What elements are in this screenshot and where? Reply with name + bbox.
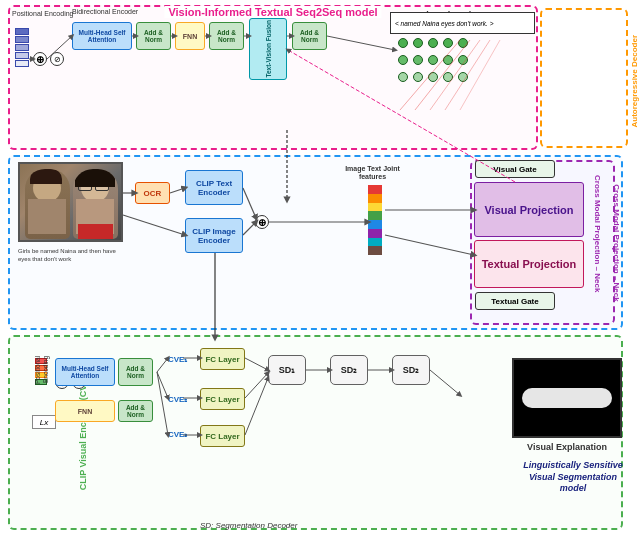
add-norm-2: Add & Norm: [209, 22, 244, 50]
pos-encoding-bars: [15, 28, 29, 67]
visual-projection: Visual Projection: [474, 182, 584, 237]
bidirectional-encoder-label: Bidirectional Encoder: [72, 8, 138, 15]
linguistically-label: Linguistically Sensitive Visual Segmenta…: [518, 460, 628, 495]
decoder-node-1: [398, 38, 408, 48]
clip-image-encoder: CLIP Image Encoder: [185, 218, 243, 253]
decoder-node-2: [413, 38, 423, 48]
cve2-label: CVE₂: [168, 395, 187, 404]
add-norm-bottom2: Add & Norm: [118, 400, 153, 422]
decoder-nodes-3: [398, 72, 468, 82]
neck-vertical-label: Cross Modal Projection – Neck: [592, 175, 602, 292]
add-norm-3: Add & Norm: [292, 22, 327, 50]
textual-gate: Textual Gate: [475, 292, 555, 310]
plus-circle-middle: ⊕: [255, 215, 269, 229]
no-symbol-top: ⊘: [50, 52, 64, 66]
joint-features-label: Image Text Joint features: [340, 165, 405, 182]
plus-circle-top: ⊕: [33, 52, 47, 66]
visual-explanation-label: Visual Explanation: [512, 442, 622, 452]
top-region-label: Vision-Informed Textual Seq2Seq model: [164, 6, 381, 18]
sd-decoder-label: SD: Segmentation Decoder: [200, 521, 297, 530]
decoder-node-5: [458, 38, 468, 48]
clip-text-encoder: CLIP Text Encoder: [185, 170, 243, 205]
fnn-top: FNN: [175, 22, 205, 50]
visual-gate: Visual Gate: [475, 160, 555, 178]
cve1-label: CVE₁: [168, 355, 187, 364]
visual-explanation-image: [512, 358, 622, 438]
sd3-box: SD₂: [392, 355, 430, 385]
ar-decoder-vertical-label: Autoregressive Decoder: [630, 35, 639, 127]
decoder-node-4: [443, 38, 453, 48]
lx-box: Lx: [32, 415, 56, 429]
textual-projection: Textual Projection: [474, 240, 584, 288]
seg-mask: [522, 388, 612, 408]
input-image: [18, 162, 123, 242]
multi-head-self-attention-top: Multi-Head Self Attention: [72, 22, 132, 50]
ar-decoder-region: Autoregressive Decoder: [540, 8, 628, 148]
text-vision-fusion: Text-Vision Fusion: [249, 18, 287, 80]
bottom-region-label: CLIP Visual Encoder (CVE): [78, 375, 88, 490]
image-placeholder: [20, 164, 121, 240]
fc-layer-1: FC Layer: [200, 348, 245, 370]
add-norm-1: Add & Norm: [136, 22, 171, 50]
add-norm-bottom: Add & Norm: [118, 358, 153, 386]
textual-explanation-box: < named Naina eyes don't work. >: [390, 12, 535, 34]
sd1-box: SD₁: [268, 355, 306, 385]
positional-encoding-label: Positional Encoding: [12, 10, 74, 17]
sd2-box: SD₂: [330, 355, 368, 385]
fc-layer-2: FC Layer: [200, 388, 245, 410]
image-caption: Girls be named Naina and then have eyes …: [18, 248, 123, 264]
decoder-node-3: [428, 38, 438, 48]
fnn-bottom: FNN: [55, 400, 115, 422]
neck-label: Cross Modal Projection – Neck: [612, 184, 621, 301]
diagram-container: Vision-Informed Textual Seq2Seq model Au…: [0, 0, 640, 542]
multi-head-sa-bottom: Multi-Head Self Attention: [55, 358, 115, 386]
cve3-label: CVE₃: [168, 430, 187, 439]
decoder-nodes-2: [398, 55, 468, 65]
joint-features: [368, 185, 382, 255]
ocr-box: OCR: [135, 182, 170, 204]
decoder-nodes: [398, 38, 468, 48]
fc-layer-3: FC Layer: [200, 425, 245, 447]
